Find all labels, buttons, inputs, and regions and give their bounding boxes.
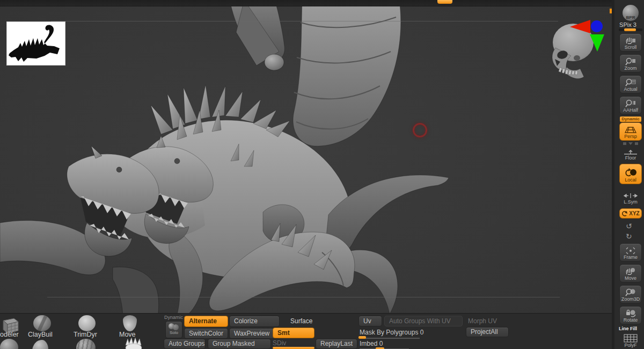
sdiv-slider-label: SDiv — [273, 339, 286, 347]
zoom3d-label: Zoom3D — [621, 296, 640, 302]
move-nav-label: Move — [625, 275, 636, 281]
brush-label-trimdynamic: TrimDyr — [74, 331, 97, 338]
hand-sphere-icon — [625, 267, 636, 275]
local-label: Local — [625, 177, 636, 183]
smt-button[interactable]: Smt — [273, 328, 314, 338]
morph-uv-button[interactable]: Morph UV — [468, 317, 497, 325]
actual-button[interactable]: Actual — [619, 75, 642, 93]
zoom-button[interactable]: Zoom — [619, 54, 642, 72]
scroll-button[interactable]: Scroll — [619, 33, 642, 52]
axis-x-red-icon[interactable] — [570, 20, 590, 33]
dynamic-persp-label: Dynamic — [620, 117, 641, 122]
line-fill-label: Line Fill — [612, 326, 644, 331]
brush-label-move: Move — [119, 331, 136, 338]
mini-gizmo-icons — [623, 142, 638, 146]
hand-icon — [625, 37, 636, 45]
group-masked-button[interactable]: Group Masked — [208, 339, 271, 349]
sculpt-viewport-canvas[interactable] — [0, 0, 612, 349]
canvas-bottom-border — [47, 297, 560, 297]
persp-grid-icon — [625, 126, 636, 134]
mask-by-polygroups-slider-handle[interactable] — [358, 336, 366, 339]
persp-button[interactable]: Persp — [619, 122, 642, 141]
spix-slider[interactable] — [619, 28, 642, 31]
lsym-button[interactable]: L.Sym — [619, 187, 642, 206]
rotate-y-icon[interactable]: ↺ — [626, 222, 632, 230]
xyz-label: XYZ — [629, 210, 639, 216]
rotate-nav-label: Rotate — [624, 317, 638, 323]
spix-label: SPix 3 — [612, 21, 644, 28]
switchcolor-button[interactable]: SwitchColor — [184, 328, 228, 339]
brush-cursor — [413, 123, 427, 137]
brush-label-zmodeler: odeler — [0, 331, 19, 338]
brush-thumb-row2-b[interactable] — [32, 340, 48, 349]
magnifier-icon — [625, 57, 636, 66]
actual-label: Actual — [624, 86, 637, 92]
imbed-slider-label: Imbed 0 — [360, 340, 383, 347]
brush-thumb-claybuildup[interactable] — [33, 315, 51, 331]
frame-button[interactable]: Frame — [619, 243, 642, 261]
axis-gizmo[interactable] — [568, 18, 606, 53]
floor-label: Floor — [625, 155, 636, 161]
colorize-button[interactable]: Colorize — [229, 316, 280, 327]
floor-button[interactable]: Floor — [619, 147, 642, 162]
axis-z-blue-icon[interactable] — [591, 20, 603, 32]
magnifier-actual-icon — [625, 78, 636, 86]
rotate-nav-button[interactable]: Rotate — [619, 306, 642, 324]
frame-label: Frame — [624, 255, 638, 260]
scorpion-logo — [6, 21, 65, 66]
tray-divider-handle[interactable] — [437, 0, 452, 4]
move-nav-button[interactable]: Move — [619, 264, 642, 282]
solo-button[interactable]: Solo — [165, 321, 182, 338]
dynamic-label: Dynamic — [164, 315, 183, 320]
solo-spheres-icon — [166, 322, 182, 330]
waxpreview-button[interactable]: WaxPreview — [229, 328, 280, 339]
zoom3d-button[interactable]: Zoom3D — [619, 285, 642, 303]
persp-label: Persp — [624, 134, 637, 139]
right-shelf: BPR SPix 3 Scroll Zoom Actual AAHalf Dyn… — [612, 0, 644, 349]
rotate-xyz-icon — [621, 210, 628, 217]
solo-label: Solo — [166, 330, 182, 336]
lsym-arrows-icon — [624, 192, 638, 199]
rotate-z-icon[interactable]: ↻ — [626, 232, 632, 241]
canvas-top-border — [51, 21, 558, 21]
top-tray-strip — [0, 0, 612, 6]
lock-rotate-icon — [625, 309, 636, 317]
lsym-label: L.Sym — [624, 199, 638, 205]
magnifier-sphere-icon — [625, 288, 636, 296]
floor-icon — [624, 149, 638, 155]
sdiv-slider-fill[interactable] — [273, 347, 314, 349]
local-button[interactable]: Local — [619, 164, 642, 184]
polyf-label: PolyF — [624, 343, 636, 348]
polyframe-grid-icon — [624, 334, 638, 343]
aahalf-label: AAHalf — [623, 107, 638, 113]
zoom-label: Zoom — [624, 66, 636, 71]
zbrush-window: BPR SPix 3 Scroll Zoom Actual AAHalf Dyn… — [0, 0, 644, 349]
replaylast-button[interactable]: ReplayLast — [316, 339, 357, 349]
surface-label: Surface — [290, 317, 312, 325]
auto-groups-button[interactable]: Auto Groups — [164, 339, 206, 349]
brush-thumb-trimdynamic[interactable] — [78, 315, 96, 331]
bpr-label: BPR — [626, 15, 635, 20]
alternate-button[interactable]: Alternate — [184, 316, 228, 327]
local-pivot-icon — [624, 168, 637, 177]
brush-thumb-move[interactable] — [123, 315, 137, 331]
frame-icon — [626, 247, 635, 255]
scorpion-silhouette-icon — [7, 22, 65, 65]
brush-thumb-row2-c[interactable] — [76, 339, 96, 349]
scroll-label: Scroll — [625, 45, 637, 50]
mask-by-polygroups-slider[interactable] — [360, 338, 420, 339]
spix-slider-fill — [624, 28, 636, 31]
magnifier-half-icon — [625, 99, 636, 107]
polyf-button[interactable]: PolyF — [619, 332, 642, 349]
brush-thumb-row2-a[interactable] — [0, 339, 18, 349]
mask-by-polygroups-slider-label: Mask By Polygroups 0 — [360, 329, 423, 336]
uv-button[interactable]: Uv — [358, 316, 382, 326]
xyz-button[interactable]: XYZ — [619, 208, 642, 219]
aahalf-button[interactable]: AAHalf — [619, 96, 642, 114]
brush-label-claybuildup: ClayBuil — [28, 331, 53, 338]
axis-y-green-icon[interactable] — [590, 34, 604, 52]
bpr-button[interactable]: BPR — [619, 2, 642, 21]
brush-thumb-row2-creature[interactable] — [122, 338, 146, 349]
projectall-button[interactable]: ProjectAll — [466, 327, 509, 337]
auto-groups-with-uv-button[interactable]: Auto Groups With UV — [384, 316, 463, 326]
